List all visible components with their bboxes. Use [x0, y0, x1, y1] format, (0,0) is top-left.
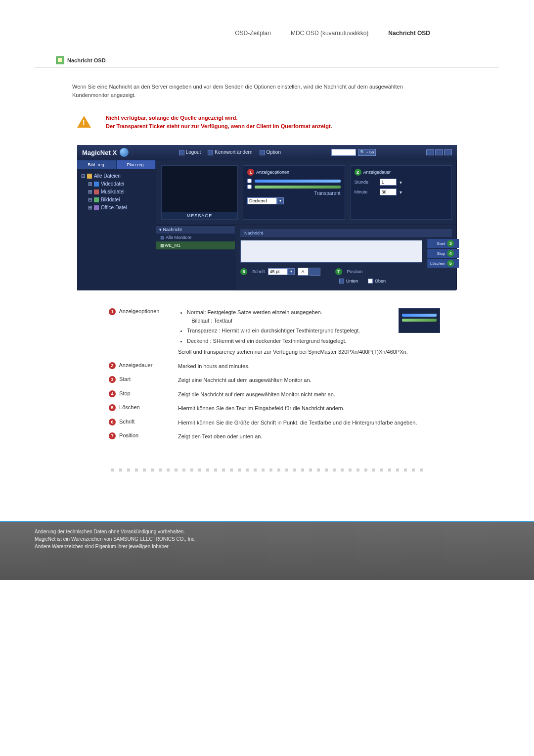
- checkbox-icon: [368, 279, 373, 284]
- dropdown-icon[interactable]: ▾: [277, 197, 284, 204]
- font-color-button[interactable]: A: [298, 268, 309, 276]
- marker-4-icon: 4: [447, 250, 454, 257]
- window-buttons: [426, 149, 452, 155]
- font-title: Schrift: [252, 269, 265, 274]
- option-scroll[interactable]: [247, 185, 341, 189]
- logout-label: Logout: [186, 149, 201, 155]
- position-top[interactable]: Oben: [368, 279, 386, 284]
- marker-2-icon: 2: [355, 169, 361, 176]
- font-size-input[interactable]: [268, 268, 288, 275]
- marker-6-icon: 6: [240, 268, 247, 275]
- options-title: Anzeigeoptionen: [256, 170, 289, 175]
- option-label: Option: [267, 149, 281, 155]
- marker-1-icon: 1: [247, 169, 254, 176]
- start-button[interactable]: Start3: [427, 239, 459, 248]
- section-heading: Nachricht OSD: [35, 47, 499, 68]
- minimize-button[interactable]: [426, 149, 434, 155]
- position-controls: 7 Position: [335, 268, 363, 276]
- close-button[interactable]: [444, 149, 452, 155]
- tree-music[interactable]: ⊞Musikdatei: [88, 188, 152, 196]
- warning-line1: Nicht verfügbar, solange die Quelle ange…: [106, 114, 332, 122]
- option-normal[interactable]: [247, 179, 341, 183]
- warning-text: Nicht verfügbar, solange die Quelle ange…: [106, 114, 332, 130]
- marker-5-icon: 5: [109, 404, 116, 411]
- tree-video-label: Videodatei: [101, 180, 124, 188]
- file-tree: ⊟Alle Dateien ⊞Videodatei ⊞Musikdatei ⊟B…: [77, 169, 156, 215]
- marker-2-icon: 2: [109, 362, 116, 369]
- start-label: Start: [437, 241, 445, 246]
- message-textarea[interactable]: [240, 240, 422, 263]
- tree-video[interactable]: ⊞Videodatei: [88, 180, 152, 188]
- app-window: MagicNet X Logout Kennwort ändern Option…: [77, 145, 457, 290]
- sidebar-upper: Bibl.-reg. Plan-reg. ⊟Alle Dateien ⊞Vide…: [77, 160, 156, 290]
- bg-color-button[interactable]: [310, 268, 320, 276]
- app-brand: MagicNet X: [82, 148, 129, 157]
- tree-root[interactable]: ⊟Alle Dateien: [81, 172, 152, 180]
- opacity-select[interactable]: ▾: [247, 197, 284, 204]
- search-go-button[interactable]: 🔍→Go: [358, 149, 376, 156]
- password-label: Kennwort ändern: [215, 149, 252, 155]
- separator-dots: [35, 469, 499, 472]
- nav-nachricht-osd[interactable]: Nachricht OSD: [388, 30, 430, 37]
- monitor-all-label: Alle Monitore: [166, 235, 192, 240]
- top-nav: OSD-Zeitplan MDC OSD (kuvaruutuvalikko) …: [35, 20, 499, 47]
- gear-icon: [260, 150, 265, 155]
- image-icon: [94, 197, 99, 202]
- option-link[interactable]: Option: [260, 149, 281, 155]
- warning-line2: Der Transparent Ticker steht nur zur Ver…: [106, 122, 332, 131]
- minute-input[interactable]: [380, 189, 397, 195]
- font-size-select[interactable]: ▾: [268, 268, 295, 275]
- delete-label: Löschen: [430, 261, 445, 266]
- tab-schedule[interactable]: Plan-reg.: [117, 160, 156, 169]
- video-icon: [94, 182, 99, 187]
- monitor-selected-label: WE_M1: [165, 243, 180, 248]
- dropdown-icon[interactable]: ▾: [400, 180, 402, 185]
- search-box: 🔍→Go: [331, 149, 376, 156]
- search-input[interactable]: [331, 149, 356, 156]
- password-link[interactable]: Kennwort ändern: [208, 149, 252, 155]
- tree-office[interactable]: ⊞Office-Datei: [88, 204, 152, 212]
- tab-library[interactable]: Bibl.-reg.: [77, 160, 117, 169]
- titlebar-links: Logout Kennwort ändern Option: [179, 149, 281, 155]
- legend-1-label: Anzeigeoptionen: [119, 308, 159, 314]
- office-icon: [94, 205, 99, 210]
- nav-osd-zeitplan[interactable]: OSD-Zeitplan: [235, 30, 271, 37]
- warning-icon: [77, 116, 91, 128]
- legend-6-label: Schrift: [119, 419, 134, 425]
- monitor-all[interactable]: ▦ Alle Monitore: [156, 234, 235, 241]
- message-preview: MESSAGE: [161, 165, 238, 220]
- opacity-input[interactable]: [247, 197, 277, 204]
- legend-7-desc: Zeigt den Text oben oder unten an.: [178, 432, 440, 441]
- pos-bottom-label: Unten: [346, 279, 358, 284]
- folder-icon: [87, 174, 92, 179]
- monitor-selected[interactable]: ▦ WE_M1: [156, 241, 235, 249]
- transparent-label: Transparent: [247, 190, 341, 196]
- legend-1-note: Scroll und transparency stehen nur zur V…: [178, 348, 440, 356]
- intro-text: Wenn Sie eine Nachricht an den Server ei…: [35, 83, 499, 99]
- dropdown-icon[interactable]: ▾: [400, 189, 402, 195]
- nav-mdc-osd[interactable]: MDC OSD (kuvaruutuvalikko): [291, 30, 368, 37]
- checkbox-checked-icon: [339, 279, 344, 284]
- legend-5-desc: Hiermit können Sie den Text im Eingabefe…: [178, 404, 440, 413]
- radio-icon: [247, 179, 252, 183]
- legend-7-label: Position: [119, 432, 138, 438]
- nachricht-tree-header[interactable]: ▾ Nachricht: [156, 226, 235, 234]
- legend-4-label: Stop: [119, 390, 131, 396]
- maximize-button[interactable]: [435, 149, 443, 155]
- section-title-text: Nachricht OSD: [67, 57, 106, 63]
- warning-row: Nicht verfügbar, solange die Quelle ange…: [35, 99, 499, 140]
- tree-image[interactable]: ⊟Bilddatei: [88, 196, 152, 204]
- delete-button[interactable]: Löschen5: [427, 259, 459, 268]
- globe-icon: [120, 148, 129, 157]
- logout-link[interactable]: Logout: [179, 149, 201, 155]
- hour-input[interactable]: [380, 179, 397, 186]
- position-bottom[interactable]: Unten: [339, 279, 358, 284]
- footer-line-3: Andere Warenzeichen sind Eigentum ihrer …: [35, 543, 499, 550]
- display-options-box: 1Anzeigeoptionen Transparent ▾: [243, 165, 345, 220]
- legend-5-label: Löschen: [119, 404, 140, 410]
- tree-root-label: Alle Dateien: [94, 172, 121, 180]
- stop-button[interactable]: Stop4: [427, 249, 459, 258]
- dropdown-icon[interactable]: ▾: [288, 268, 295, 275]
- marker-5-icon: 5: [447, 260, 454, 267]
- preview-label: MESSAGE: [162, 212, 237, 219]
